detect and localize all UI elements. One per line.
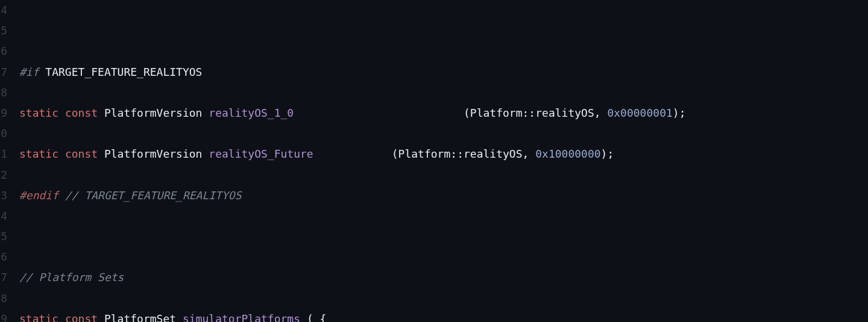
comma: ,: [594, 107, 608, 119]
namespace: Platform: [470, 107, 523, 119]
code-line: static const PlatformVersion realityOS_1…: [19, 103, 868, 123]
line-number: 8: [0, 82, 7, 103]
kw-static: static: [19, 312, 58, 322]
paren-open: (: [392, 147, 398, 160]
comment: // TARGET_FEATURE_REALITYOS: [58, 189, 241, 202]
preproc-cond: TARGET_FEATURE_REALITYOS: [39, 66, 203, 78]
comma: ,: [523, 147, 536, 160]
preproc-endif: #endif: [19, 189, 58, 202]
code-line: [19, 20, 868, 41]
code-line: static const PlatformSet simulatorPlatfo…: [19, 309, 868, 322]
line-number: 6: [0, 247, 7, 267]
whitespace: [313, 147, 392, 160]
code-editor: 4 5 6 7 8 9 0 1 2 3 4 5 6 7 8 9 #if TARG…: [0, 0, 868, 322]
code-line: [19, 226, 868, 247]
code-line: #if TARGET_FEATURE_REALITYOS: [19, 62, 868, 82]
kw-static: static: [19, 107, 58, 119]
brace-open: ( {: [300, 312, 326, 322]
code-line: static const PlatformVersion realityOS_F…: [19, 144, 868, 164]
hex-literal: 0x00000001: [607, 107, 672, 119]
line-number: 4: [0, 0, 7, 20]
line-number: 6: [0, 41, 7, 61]
type-name: PlatformVersion: [104, 147, 203, 160]
line-number: 8: [0, 288, 7, 309]
kw-static: static: [19, 147, 58, 160]
type-name: PlatformVersion: [104, 107, 203, 119]
paren-close: );: [673, 107, 686, 119]
member: realityOS: [464, 147, 523, 160]
line-number: 1: [0, 144, 7, 164]
preproc-if: #if: [19, 66, 39, 78]
scope-op: ::: [450, 147, 464, 160]
whitespace: [294, 107, 464, 119]
line-number: 7: [0, 62, 7, 82]
type-name: PlatformSet: [104, 312, 176, 322]
namespace: Platform: [398, 147, 451, 160]
line-number: 4: [0, 206, 7, 226]
hex-literal: 0x10000000: [535, 147, 600, 160]
comment: // Platform Sets: [19, 271, 124, 283]
line-number: 9: [0, 309, 7, 322]
member: realityOS: [535, 107, 594, 119]
paren-close: );: [601, 147, 614, 160]
kw-const: const: [65, 312, 98, 322]
var-name: realityOS_1_0: [209, 107, 294, 119]
line-number: 9: [0, 103, 7, 123]
var-name: simulatorPlatforms: [183, 312, 300, 322]
line-number: 2: [0, 165, 7, 185]
var-name: realityOS_Future: [209, 147, 313, 160]
code-line: #endif // TARGET_FEATURE_REALITYOS: [19, 185, 868, 206]
paren-open: (: [464, 107, 470, 119]
code-line: // Platform Sets: [19, 267, 868, 288]
code-content[interactable]: #if TARGET_FEATURE_REALITYOS static cons…: [12, 0, 868, 322]
scope-op: ::: [523, 107, 536, 119]
line-number-gutter: 4 5 6 7 8 9 0 1 2 3 4 5 6 7 8 9: [0, 0, 12, 322]
line-number: 3: [0, 185, 7, 206]
kw-const: const: [65, 147, 98, 160]
line-number: 7: [0, 267, 7, 288]
line-number: 5: [0, 226, 7, 247]
kw-const: const: [65, 107, 98, 119]
line-number: 0: [0, 123, 7, 144]
line-number: 5: [0, 20, 7, 41]
